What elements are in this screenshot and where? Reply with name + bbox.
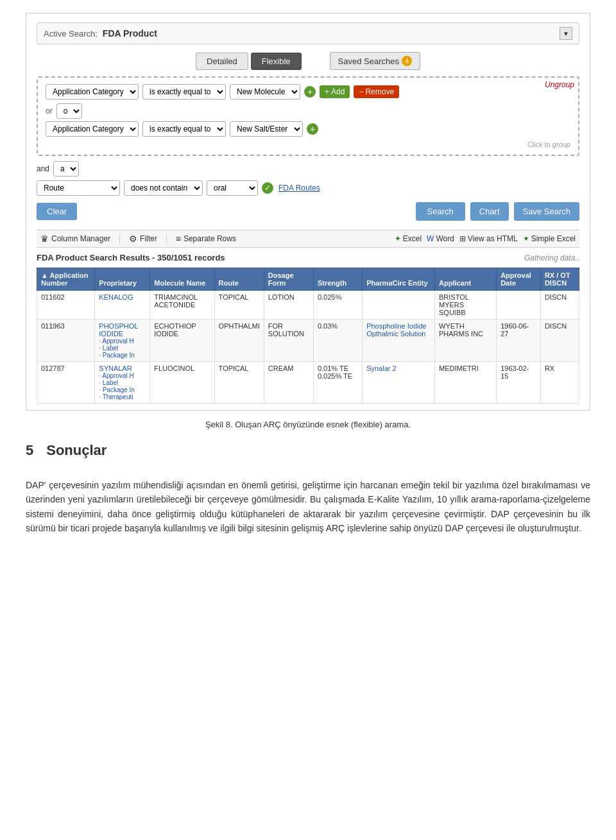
sub-link[interactable]: · Therapeuti xyxy=(99,393,146,400)
results-toolbar: ♛ Column Manager ⚙ Filter ≡ Separate Row… xyxy=(37,230,579,248)
and-connector-row: and and xyxy=(37,161,579,176)
criteria-operator-1[interactable]: is exactly equal to xyxy=(142,84,226,99)
table-cell xyxy=(363,291,435,320)
tab-flexible[interactable]: Flexible xyxy=(251,53,302,70)
results-table: ▲ Application Number Proprietary Molecul… xyxy=(37,268,579,404)
fda-routes-check-button[interactable]: ✓ xyxy=(262,182,273,194)
chart-button[interactable]: Chart xyxy=(470,202,509,221)
table-cell: ECHOTHIOP IODIDE xyxy=(150,320,214,362)
view-as-html-button[interactable]: ⊞ View as HTML xyxy=(459,234,518,243)
column-manager-button[interactable]: ♛ Column Manager xyxy=(40,234,110,244)
criteria-operator-2[interactable]: is exactly equal to xyxy=(142,121,226,137)
table-cell: 0.03% xyxy=(313,320,362,362)
sort-arrow: ▲ xyxy=(41,271,48,279)
add-circle-button-2[interactable]: + xyxy=(307,123,318,135)
col-pharma-circ[interactable]: PharmaCirc Entity xyxy=(363,268,435,291)
route-field-select[interactable]: Route xyxy=(37,180,120,196)
filter-icon: ⚙ xyxy=(129,234,137,244)
remove-icon: − xyxy=(359,87,363,96)
table-cell: 011963 xyxy=(37,320,95,362)
sub-link[interactable]: · Package In xyxy=(99,352,146,359)
table-cell: KENALOG xyxy=(95,291,150,320)
tab-detailed[interactable]: Detailed xyxy=(196,53,248,70)
save-search-button[interactable]: Save Search xyxy=(514,202,579,221)
clear-button[interactable]: Clear xyxy=(37,203,77,220)
proprietary-link[interactable]: SYNALAR xyxy=(99,364,132,372)
col-strength[interactable]: Strength xyxy=(313,268,362,291)
toolbar-separator-1 xyxy=(119,234,120,244)
criteria-value-1[interactable]: New Molecule xyxy=(230,84,300,99)
table-cell: FOR SOLUTION xyxy=(264,320,313,362)
saved-searches-badge: 4 xyxy=(402,56,412,66)
sub-link[interactable]: · Label xyxy=(99,379,146,386)
filter-button[interactable]: ⚙ Filter xyxy=(129,234,157,244)
saved-searches-button[interactable]: Saved Searches 4 xyxy=(330,52,420,70)
col-dosage-form[interactable]: Dosage Form xyxy=(264,268,313,291)
table-cell: 1960-06-27 xyxy=(497,320,541,362)
proprietary-link[interactable]: PHOSPHOL IODIDE xyxy=(99,322,138,338)
table-cell: TRIAMCINOL ACETONIDE xyxy=(150,291,214,320)
table-cell: OPHTHALMI xyxy=(214,320,264,362)
table-cell: CREAM xyxy=(264,362,313,404)
table-cell: FLUOCINOL xyxy=(150,362,214,404)
excel-button[interactable]: ✦ Excel xyxy=(395,234,422,243)
sub-link[interactable]: · Approval H xyxy=(99,338,146,345)
table-cell: 1963-02-15 xyxy=(497,362,541,404)
criteria-row-2: Application Category is exactly equal to… xyxy=(46,121,570,137)
table-cell: Synalar 2 xyxy=(363,362,435,404)
toolbar-separator-2 xyxy=(166,234,167,244)
simple-excel-icon: ✦ xyxy=(523,234,529,243)
click-to-group: Click to group xyxy=(46,141,570,148)
table-cell: 011602 xyxy=(37,291,95,320)
add-button-1[interactable]: + Add xyxy=(320,85,350,98)
and-label: and xyxy=(37,164,49,173)
sub-link[interactable]: · Package In xyxy=(99,386,146,393)
table-cell: 0.025% xyxy=(313,291,362,320)
separate-rows-button[interactable]: ≡ Separate Rows xyxy=(176,234,236,244)
word-icon: W xyxy=(427,234,434,243)
table-cell: TOPICAL xyxy=(214,291,264,320)
column-manager-icon: ♛ xyxy=(40,234,49,244)
col-approval-date[interactable]: Approval Date xyxy=(497,268,541,291)
col-rx-ot[interactable]: RX / OT DISCN xyxy=(540,268,579,291)
col-applicant[interactable]: Applicant xyxy=(435,268,497,291)
remove-button-1[interactable]: − Remove xyxy=(354,85,399,98)
table-cell: WYETH PHARMS INC xyxy=(435,320,497,362)
html-icon: ⊞ xyxy=(459,234,466,243)
criteria-field-2[interactable]: Application Category xyxy=(46,121,139,137)
table-cell: SYNALAR· Approval H· Label· Package In· … xyxy=(95,362,150,404)
simple-excel-button[interactable]: ✦ Simple Excel xyxy=(523,234,576,243)
add-circle-button-1[interactable]: + xyxy=(304,86,316,98)
table-cell: LOTION xyxy=(264,291,313,320)
or-select[interactable]: or xyxy=(56,103,82,119)
ungroup-link[interactable]: Ungroup xyxy=(545,80,574,89)
table-cell: PHOSPHOL IODIDE· Approval H· Label· Pack… xyxy=(95,320,150,362)
and-select[interactable]: and xyxy=(53,161,79,176)
route-value-select[interactable]: oral xyxy=(207,180,258,196)
fda-routes-link[interactable]: FDA Routes xyxy=(278,184,320,193)
col-proprietary[interactable]: Proprietary xyxy=(95,268,150,291)
figure-caption: Şekil 8. Oluşan ARÇ önyüzünde esnek (fle… xyxy=(26,420,590,429)
active-search-bar: Active Search: FDA Product ▼ xyxy=(37,22,579,44)
table-row: 011602KENALOGTRIAMCINOL ACETONIDETOPICAL… xyxy=(37,291,579,320)
active-search-dropdown[interactable]: ▼ xyxy=(560,27,572,40)
col-route[interactable]: Route xyxy=(214,268,264,291)
col-molecule-name[interactable]: Molecule Name xyxy=(150,268,214,291)
toolbar-right: ✦ Excel W Word ⊞ View as HTML ✦ Simple E… xyxy=(395,234,576,243)
criteria-field-1[interactable]: Application Category xyxy=(46,84,139,99)
table-cell: DISCN xyxy=(540,291,579,320)
col-app-number[interactable]: ▲ Application Number xyxy=(37,268,95,291)
excel-icon: ✦ xyxy=(395,234,401,243)
word-button[interactable]: W Word xyxy=(427,234,454,243)
route-row: Route does not contain oral ✓ FDA Routes xyxy=(37,180,579,196)
route-operator-select[interactable]: does not contain xyxy=(124,180,203,196)
action-buttons-row: Clear Search Chart Save Search xyxy=(37,202,579,221)
sub-link[interactable]: · Approval H xyxy=(99,372,146,379)
search-button[interactable]: Search xyxy=(416,202,465,221)
sub-link[interactable]: · Label xyxy=(99,345,146,352)
or-row: or or xyxy=(46,103,570,119)
criteria-row-1: Application Category is exactly equal to… xyxy=(46,84,570,99)
table-row: 012787SYNALAR· Approval H· Label· Packag… xyxy=(37,362,579,404)
criteria-value-2[interactable]: New Salt/Ester xyxy=(230,121,303,137)
separate-rows-icon: ≡ xyxy=(176,234,181,244)
